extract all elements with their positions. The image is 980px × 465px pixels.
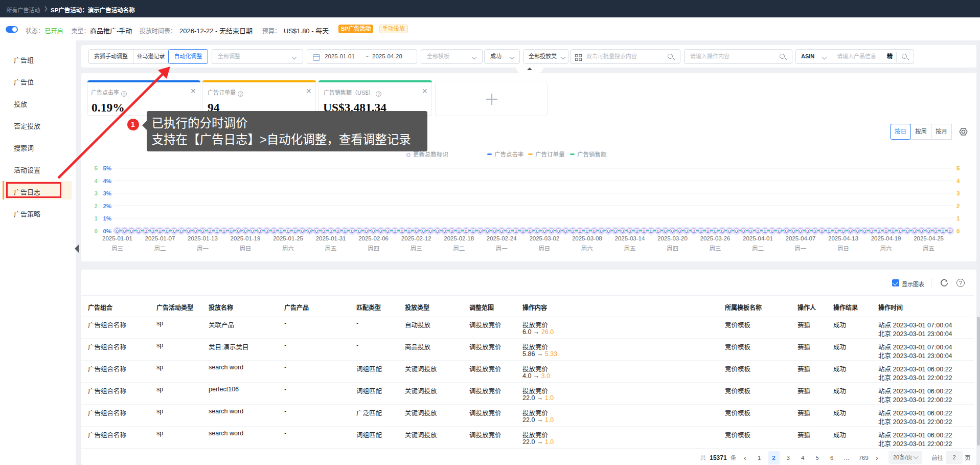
svg-text:0: 0 (686, 228, 688, 234)
svg-text:0: 0 (913, 228, 916, 234)
svg-text:0: 0 (151, 228, 154, 234)
svg-text:0: 0 (209, 228, 211, 234)
svg-text:0: 0 (956, 228, 960, 234)
svg-text:0: 0 (230, 228, 233, 234)
svg-text:5: 5 (95, 165, 98, 171)
svg-text:0: 0 (942, 228, 944, 234)
svg-text:1: 1 (956, 215, 960, 222)
svg-text:1%: 1% (103, 215, 111, 222)
svg-text:2025-03-02: 2025-03-02 (529, 235, 559, 241)
svg-text:0: 0 (878, 228, 880, 234)
svg-text:周六: 周六 (581, 246, 593, 252)
svg-text:0: 0 (372, 228, 375, 234)
svg-text:0: 0 (550, 228, 553, 234)
svg-text:2025-04-01: 2025-04-01 (743, 235, 773, 241)
svg-text:2025-01-01: 2025-01-01 (102, 235, 132, 241)
svg-text:0: 0 (693, 228, 695, 234)
svg-text:0: 0 (201, 228, 204, 234)
svg-text:周六: 周六 (282, 246, 294, 252)
svg-text:周一: 周一 (197, 246, 209, 252)
svg-text:0: 0 (628, 228, 631, 234)
svg-text:0: 0 (458, 228, 460, 234)
svg-text:周四: 周四 (368, 246, 379, 252)
svg-text:2025-04-19: 2025-04-19 (871, 235, 901, 241)
svg-text:0: 0 (564, 228, 567, 234)
svg-text:0: 0 (706, 228, 709, 234)
svg-text:5: 5 (956, 165, 960, 171)
svg-text:2025-03-14: 2025-03-14 (614, 235, 645, 241)
svg-text:0: 0 (187, 228, 190, 234)
svg-text:4: 4 (95, 178, 98, 184)
svg-text:周三: 周三 (411, 246, 422, 252)
svg-text:2025-02-18: 2025-02-18 (444, 235, 474, 241)
svg-text:0: 0 (650, 228, 652, 234)
svg-text:0: 0 (138, 228, 140, 234)
svg-text:0: 0 (785, 228, 788, 234)
svg-text:周二: 周二 (154, 246, 166, 252)
svg-text:0%: 0% (103, 228, 111, 234)
svg-text:2%: 2% (103, 203, 111, 209)
svg-text:0: 0 (906, 228, 908, 234)
svg-text:0: 0 (116, 228, 119, 234)
svg-text:0: 0 (671, 228, 674, 234)
svg-text:0: 0 (301, 228, 304, 234)
svg-text:0: 0 (757, 228, 759, 234)
svg-text:0: 0 (123, 228, 126, 234)
svg-text:0: 0 (813, 228, 816, 234)
svg-text:0: 0 (771, 228, 773, 234)
svg-text:2025-01-25: 2025-01-25 (273, 235, 303, 241)
svg-text:周一: 周一 (496, 246, 508, 252)
svg-text:0: 0 (899, 228, 901, 234)
svg-text:0: 0 (657, 228, 659, 234)
svg-text:0: 0 (699, 228, 702, 234)
svg-text:0: 0 (678, 228, 681, 234)
svg-text:2025-01-13: 2025-01-13 (188, 235, 218, 241)
svg-text:0: 0 (500, 228, 503, 234)
svg-text:0: 0 (742, 228, 745, 234)
svg-text:0: 0 (892, 228, 894, 234)
svg-text:0: 0 (479, 228, 482, 234)
svg-text:0: 0 (401, 228, 403, 234)
svg-text:2: 2 (95, 203, 98, 209)
svg-text:0: 0 (429, 228, 431, 234)
svg-text:2025-04-13: 2025-04-13 (828, 235, 858, 241)
svg-text:0: 0 (323, 228, 325, 234)
svg-text:0: 0 (194, 228, 197, 234)
svg-text:1: 1 (95, 215, 98, 222)
svg-text:周四: 周四 (667, 246, 678, 252)
svg-text:0: 0 (821, 228, 823, 234)
svg-text:0: 0 (251, 228, 254, 234)
svg-text:4: 4 (956, 178, 960, 184)
svg-text:2: 2 (956, 203, 960, 209)
svg-text:0: 0 (329, 228, 332, 234)
svg-text:0: 0 (158, 228, 161, 234)
svg-text:0: 0 (935, 228, 937, 234)
svg-text:0: 0 (443, 228, 446, 234)
svg-text:0: 0 (621, 228, 624, 234)
svg-text:0: 0 (884, 228, 887, 234)
svg-text:0: 0 (927, 228, 930, 234)
svg-text:0: 0 (735, 228, 738, 234)
svg-text:0: 0 (643, 228, 645, 234)
svg-text:0: 0 (408, 228, 411, 234)
svg-text:0: 0 (216, 228, 218, 234)
svg-text:周五: 周五 (923, 246, 935, 252)
svg-text:0: 0 (422, 228, 424, 234)
svg-text:4%: 4% (103, 178, 111, 184)
svg-text:0: 0 (600, 228, 603, 234)
svg-text:0: 0 (792, 228, 794, 234)
svg-text:0: 0 (379, 228, 382, 234)
svg-text:2025-01-31: 2025-01-31 (316, 235, 346, 241)
svg-text:0: 0 (465, 228, 467, 234)
svg-text:0: 0 (543, 228, 545, 234)
svg-text:0: 0 (351, 228, 353, 234)
svg-text:0: 0 (835, 228, 837, 234)
svg-text:0: 0 (799, 228, 802, 234)
svg-text:0: 0 (358, 228, 360, 234)
svg-text:周一: 周一 (795, 246, 807, 252)
svg-text:0: 0 (856, 228, 859, 234)
svg-text:周五: 周五 (325, 246, 337, 252)
svg-text:0: 0 (521, 228, 524, 234)
svg-text:0: 0 (287, 228, 289, 234)
svg-text:0: 0 (749, 228, 752, 234)
